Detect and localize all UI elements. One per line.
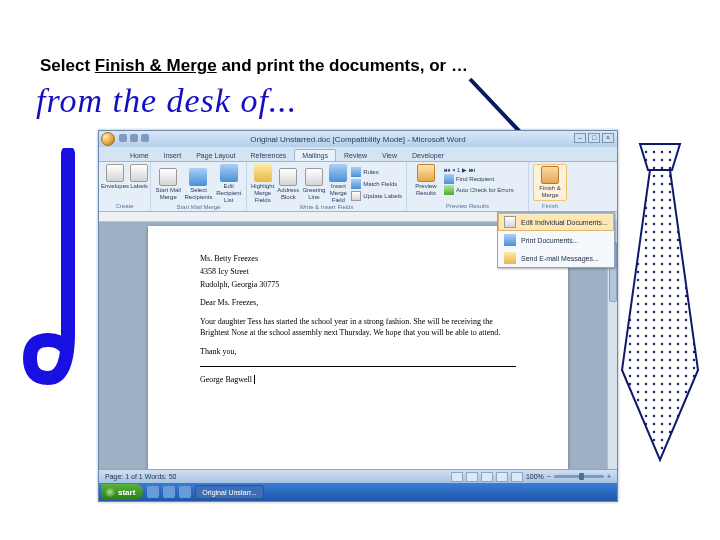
tab-review[interactable]: Review (337, 150, 374, 161)
view-print-layout[interactable] (451, 472, 463, 482)
signature-line (200, 366, 516, 367)
group-label-preview: Preview Results (411, 203, 524, 209)
minimize-button[interactable]: – (574, 133, 586, 143)
address-block-button[interactable]: Address Block (277, 168, 299, 201)
windows-taskbar: start Original Unstarr... (99, 483, 617, 501)
mail-icon (504, 252, 516, 264)
zoom-out-button[interactable]: − (547, 473, 551, 480)
window-title: Original Unstarred.doc [Compatibility Mo… (250, 135, 465, 144)
document-icon (504, 216, 516, 228)
letter-body: Your daughter Tess has started the schoo… (200, 317, 516, 339)
taskbar-quicklaunch-1[interactable] (147, 486, 159, 498)
select-recipients-button[interactable]: Select Recipients (184, 168, 212, 201)
zoom-in-button[interactable]: + (607, 473, 611, 480)
zoom-slider[interactable] (554, 475, 604, 478)
record-nav[interactable]: ⏮ ◀ 1 ▶ ⏭ (444, 166, 514, 173)
instruction-text: Select Finish & Merge and print the docu… (40, 56, 468, 76)
taskbar-quicklaunch-2[interactable] (163, 486, 175, 498)
view-draft[interactable] (511, 472, 523, 482)
recipient-name: Ms. Betty Freezes (200, 254, 516, 265)
dropdown-edit-individual[interactable]: Edit Individual Documents... (498, 213, 614, 231)
finish-merge-button[interactable]: Finish & Merge (535, 166, 565, 199)
closing: Thank you, (200, 347, 516, 358)
ribbon-group-write: Highlight Merge Fields Address Block Gre… (247, 162, 407, 211)
group-label-start: Start Mail Merge (155, 204, 242, 210)
start-button[interactable]: start (101, 484, 143, 500)
taskbar-word-item[interactable]: Original Unstarr... (195, 485, 263, 499)
recipient-city: Rudolph, Georgia 30775 (200, 280, 516, 291)
start-mail-merge-button[interactable]: Start Mail Merge (155, 168, 181, 201)
recipient-street: 4358 Icy Street (200, 267, 516, 278)
status-bar: Page: 1 of 1 Words: 50 100% − + (99, 469, 617, 483)
dropdown-send-email[interactable]: Send E-mail Messages... (498, 249, 614, 267)
close-button[interactable]: × (602, 133, 614, 143)
windows-logo-icon (105, 487, 115, 497)
caption-pre: Select (40, 56, 95, 75)
rules-button[interactable]: Rules (351, 167, 402, 177)
salutation: Dear Ms. Freezes, (200, 298, 516, 309)
quick-access-toolbar[interactable] (119, 134, 149, 142)
update-labels-button[interactable]: Update Labels (351, 191, 402, 201)
ribbon-tabs: Home Insert Page Layout References Maili… (99, 147, 617, 162)
dropdown-print-documents[interactable]: Print Documents... (498, 231, 614, 249)
taskbar-quicklaunch-3[interactable] (179, 486, 191, 498)
zoom-percent[interactable]: 100% (526, 473, 544, 480)
view-full-screen[interactable] (466, 472, 478, 482)
necktie-graphic (610, 140, 710, 480)
maximize-button[interactable]: □ (588, 133, 600, 143)
view-web-layout[interactable] (481, 472, 493, 482)
tab-view[interactable]: View (375, 150, 404, 161)
insert-merge-field-button[interactable]: Insert Merge Field (328, 164, 348, 204)
view-outline[interactable] (496, 472, 508, 482)
signature: George Bagwell (200, 375, 516, 386)
tab-mailings[interactable]: Mailings (294, 149, 336, 161)
group-label-finish: Finish (533, 203, 567, 209)
letter-l-graphic (20, 148, 95, 398)
printer-icon (504, 234, 516, 246)
edit-recipient-list-button[interactable]: Edit Recipient List (216, 164, 242, 204)
envelopes-button[interactable]: Envelopes (103, 164, 127, 190)
group-label-create: Create (103, 203, 146, 209)
desk-of-heading: from the desk of... (36, 82, 297, 120)
tab-developer[interactable]: Developer (405, 150, 451, 161)
ribbon-group-create: Envelopes Labels Create (99, 162, 151, 211)
status-left: Page: 1 of 1 Words: 50 (105, 473, 176, 480)
ribbon: Envelopes Labels Create Start Mail Merge… (99, 162, 617, 212)
tab-page-layout[interactable]: Page Layout (189, 150, 242, 161)
group-label-write: Write & Insert Fields (251, 204, 402, 210)
text-cursor (252, 375, 255, 384)
tab-references[interactable]: References (244, 150, 294, 161)
finish-merge-dropdown: Edit Individual Documents... Print Docum… (497, 212, 615, 268)
caption-underlined: Finish & Merge (95, 56, 217, 75)
greeting-line-button[interactable]: Greeting Line (302, 168, 325, 201)
preview-results-button[interactable]: Preview Results (411, 164, 441, 197)
match-fields-button[interactable]: Match Fields (351, 179, 402, 189)
labels-button[interactable]: Labels (130, 164, 148, 190)
office-button[interactable] (101, 132, 115, 146)
tab-home[interactable]: Home (123, 150, 156, 161)
caption-post: and print the documents, or … (217, 56, 468, 75)
find-recipient-button[interactable]: Find Recipient (444, 174, 514, 184)
tab-insert[interactable]: Insert (157, 150, 189, 161)
ribbon-group-preview: Preview Results ⏮ ◀ 1 ▶ ⏭ Find Recipient… (407, 162, 529, 211)
titlebar: Original Unstarred.doc [Compatibility Mo… (99, 131, 617, 147)
auto-check-errors-button[interactable]: Auto Check for Errors (444, 185, 514, 195)
highlight-fields-button[interactable]: Highlight Merge Fields (251, 164, 274, 204)
word-window: Original Unstarred.doc [Compatibility Mo… (98, 130, 618, 502)
ribbon-group-finish: Finish & Merge Finish (529, 162, 571, 211)
ribbon-group-start: Start Mail Merge Select Recipients Edit … (151, 162, 247, 211)
